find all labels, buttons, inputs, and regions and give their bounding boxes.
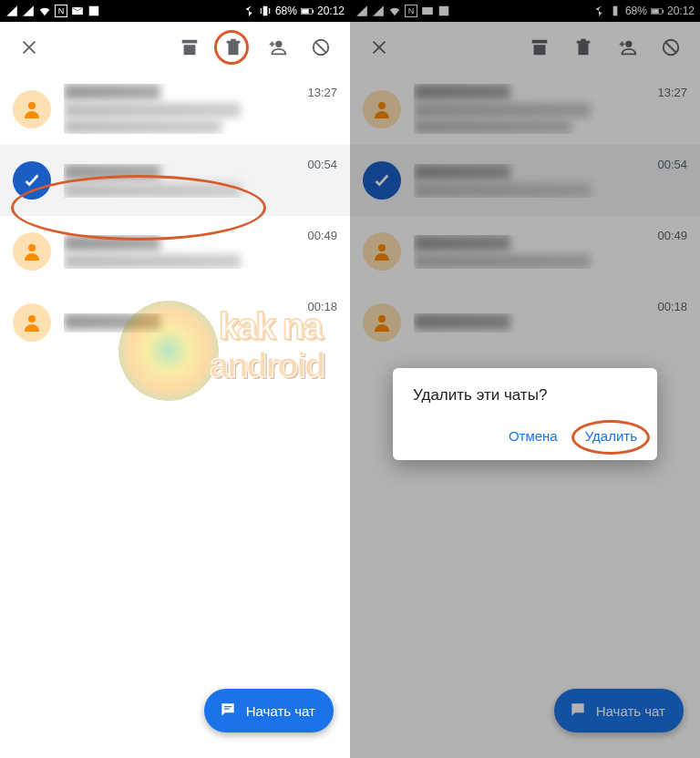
vibrate-icon bbox=[609, 5, 622, 17]
avatar bbox=[13, 232, 51, 271]
svg-point-8 bbox=[28, 102, 36, 109]
conversation-time: 13:27 bbox=[657, 86, 687, 99]
svg-rect-5 bbox=[313, 9, 314, 13]
selected-check-icon bbox=[363, 161, 401, 200]
svg-rect-15 bbox=[652, 9, 659, 14]
conversation-preview bbox=[64, 119, 249, 134]
delete-confirm-dialog: Удалить эти чаты? Отмена Удалить bbox=[393, 368, 657, 460]
delete-button[interactable] bbox=[565, 29, 602, 66]
svg-rect-1 bbox=[89, 6, 99, 16]
start-chat-fab[interactable]: Начать чат bbox=[554, 689, 684, 732]
svg-rect-2 bbox=[263, 6, 268, 16]
svg-rect-12 bbox=[439, 6, 449, 16]
conversation-item-selected[interactable]: 00:54 bbox=[0, 145, 350, 216]
conversation-title bbox=[64, 164, 225, 180]
conversation-item[interactable]: 00:49 bbox=[350, 216, 700, 287]
close-button[interactable] bbox=[11, 29, 47, 66]
conversation-item[interactable]: 00:18 bbox=[350, 287, 700, 358]
conversation-item[interactable]: 13:27 bbox=[0, 73, 350, 145]
conversation-item-selected[interactable]: 00:54 bbox=[350, 145, 700, 216]
signal-icon bbox=[372, 5, 385, 17]
archive-button[interactable] bbox=[521, 29, 558, 66]
app-bar bbox=[350, 22, 700, 73]
conversation-time: 00:54 bbox=[657, 158, 687, 171]
conversation-list: 13:27 00:54 00:49 00:18 bbox=[350, 73, 700, 358]
dialog-delete-button[interactable]: Удалить bbox=[582, 421, 641, 451]
fab-label: Начать чат bbox=[596, 703, 665, 719]
conversation-time: 00:54 bbox=[307, 158, 337, 171]
conversation-item[interactable]: 13:27 bbox=[350, 73, 700, 145]
conversation-preview bbox=[64, 183, 272, 198]
nfc-icon: N bbox=[55, 5, 67, 17]
vibrate-icon bbox=[259, 5, 272, 17]
mail-icon bbox=[421, 5, 434, 17]
svg-rect-13 bbox=[613, 6, 618, 16]
mail-icon bbox=[71, 5, 84, 17]
avatar bbox=[363, 303, 401, 342]
add-contact-button[interactable] bbox=[609, 29, 645, 66]
avatar bbox=[363, 232, 401, 271]
conversation-preview bbox=[64, 103, 272, 118]
archive-button[interactable] bbox=[171, 29, 208, 66]
nfc-icon: N bbox=[405, 5, 417, 17]
signal-icon bbox=[355, 5, 368, 17]
svg-point-10 bbox=[28, 315, 36, 323]
svg-rect-4 bbox=[302, 9, 309, 14]
bluetooth-icon bbox=[592, 5, 605, 17]
conversation-title bbox=[64, 84, 225, 100]
battery-percent: 68% bbox=[275, 5, 297, 17]
clock-time: 20:12 bbox=[317, 5, 345, 17]
image-icon bbox=[438, 5, 450, 17]
svg-point-21 bbox=[378, 315, 386, 323]
dialog-title: Удалить эти чаты? bbox=[413, 386, 641, 405]
conversation-list: 13:27 00:54 00:4 bbox=[0, 73, 350, 358]
conversation-time: 00:49 bbox=[657, 229, 687, 242]
signal-icon bbox=[22, 5, 35, 17]
svg-point-20 bbox=[378, 244, 386, 251]
battery-icon bbox=[651, 5, 664, 17]
image-icon bbox=[88, 5, 100, 17]
svg-rect-16 bbox=[663, 9, 664, 13]
status-bar: N 68% 20:12 bbox=[0, 0, 350, 22]
conversation-time: 00:18 bbox=[657, 300, 687, 313]
app-bar bbox=[0, 22, 350, 73]
conversation-item[interactable]: 00:18 bbox=[0, 287, 350, 358]
start-chat-fab[interactable]: Начать чат bbox=[204, 689, 334, 732]
delete-button[interactable] bbox=[215, 29, 252, 66]
avatar bbox=[13, 90, 51, 128]
conversation-item[interactable]: 00:49 bbox=[0, 216, 350, 287]
wifi-icon bbox=[38, 5, 51, 17]
chat-icon bbox=[219, 701, 237, 722]
avatar bbox=[363, 90, 401, 128]
selected-check-icon bbox=[13, 161, 51, 200]
fab-label: Начать чат bbox=[246, 703, 315, 719]
add-contact-button[interactable] bbox=[259, 29, 295, 66]
status-bar: N 68% 20:12 bbox=[350, 0, 700, 22]
signal-icon bbox=[5, 5, 18, 17]
battery-icon bbox=[301, 5, 314, 17]
conversation-time: 13:27 bbox=[307, 86, 337, 99]
svg-point-17 bbox=[625, 41, 632, 47]
block-button[interactable] bbox=[653, 29, 689, 66]
dialog-cancel-button[interactable]: Отмена bbox=[505, 421, 561, 451]
svg-rect-11 bbox=[422, 7, 433, 15]
conversation-title bbox=[64, 235, 225, 251]
svg-point-9 bbox=[28, 244, 36, 251]
close-button[interactable] bbox=[361, 29, 397, 66]
clock-time: 20:12 bbox=[667, 5, 695, 17]
bluetooth-icon bbox=[242, 5, 255, 17]
screen-selection-mode: N 68% 20:12 bbox=[0, 0, 350, 758]
svg-point-19 bbox=[378, 102, 386, 109]
battery-percent: 68% bbox=[625, 5, 647, 17]
wifi-icon bbox=[388, 5, 401, 17]
block-button[interactable] bbox=[303, 29, 339, 66]
conversation-title bbox=[64, 313, 225, 330]
conversation-time: 00:49 bbox=[307, 229, 337, 242]
avatar bbox=[13, 303, 51, 342]
conversation-time: 00:18 bbox=[307, 300, 337, 313]
conversation-preview bbox=[64, 254, 272, 269]
chat-icon bbox=[569, 701, 587, 722]
svg-point-6 bbox=[275, 41, 282, 47]
